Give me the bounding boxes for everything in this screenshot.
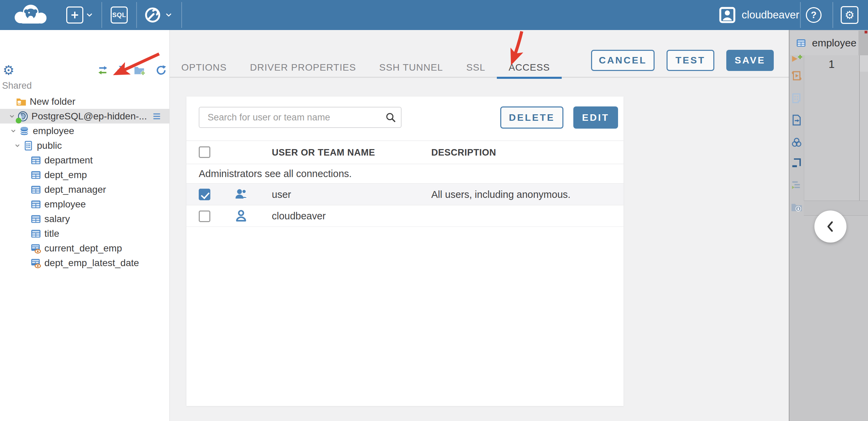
table-icon bbox=[796, 38, 807, 48]
tree-item-new-folder[interactable]: New folder bbox=[0, 94, 170, 109]
tree-item-postgres-connection[interactable]: PostgreSQL@ep-hidden-... bbox=[0, 109, 170, 124]
expand-panel-button[interactable] bbox=[814, 210, 846, 243]
ai-assistant-icon[interactable] bbox=[790, 136, 803, 149]
tree-item-table-dept-manager[interactable]: dept_manager bbox=[0, 182, 170, 197]
data-grid-preview[interactable]: 1 bbox=[804, 55, 868, 201]
table-viewer-panel: employee 1 bbox=[789, 30, 868, 421]
tree-item-menu-icon[interactable] bbox=[150, 112, 164, 121]
topbar-divider bbox=[101, 2, 102, 28]
chevron-left-icon bbox=[823, 219, 838, 234]
save-button[interactable]: SAVE bbox=[726, 50, 774, 71]
table-row-user[interactable]: user All users, including anonymous. bbox=[186, 184, 624, 205]
row-description: All users, including anonymous. bbox=[431, 184, 571, 205]
cloudbeaver-logo-icon[interactable] bbox=[12, 4, 50, 26]
tab-ssh-tunnel[interactable]: SSH TUNNEL bbox=[368, 57, 455, 78]
tab-label: employee bbox=[812, 37, 856, 49]
value-form-icon[interactable] bbox=[790, 92, 803, 105]
schema-icon bbox=[23, 140, 34, 151]
admin-notice-row: Administrators see all connections. bbox=[186, 164, 624, 184]
tree-item-table-title[interactable]: title bbox=[0, 226, 170, 241]
grouping-panel-icon[interactable] bbox=[790, 179, 803, 192]
table-icon bbox=[30, 228, 42, 239]
export-data-icon[interactable] bbox=[790, 114, 803, 127]
tree-item-label: employee bbox=[33, 126, 74, 136]
plus-icon bbox=[69, 9, 81, 21]
table-icon bbox=[30, 169, 42, 181]
row-checkbox[interactable] bbox=[199, 210, 210, 222]
screenshot-artifact-dot bbox=[865, 31, 867, 33]
tab-employee-table[interactable]: employee bbox=[790, 31, 858, 55]
column-header-description: DESCRIPTION bbox=[431, 141, 496, 164]
access-panel: DELETE EDIT USER OR TEAM NAME DESCRIPTIO… bbox=[186, 97, 624, 406]
tree-item-database-employee[interactable]: employee bbox=[0, 124, 170, 138]
data-download-icon[interactable] bbox=[790, 201, 803, 214]
tree-item-label: current_dept_emp bbox=[44, 243, 122, 254]
tree-item-label: public bbox=[37, 140, 62, 151]
navigation-tree-sidebar: ⚙ Shared New folder PostgreSQL@ep-hidden… bbox=[0, 30, 170, 421]
value-panel-icon[interactable] bbox=[790, 157, 803, 170]
table-icon bbox=[30, 213, 42, 225]
tree-item-label: dept_manager bbox=[44, 184, 106, 195]
add-script-icon[interactable] bbox=[790, 53, 803, 66]
tree-settings-gear-icon[interactable]: ⚙ bbox=[3, 63, 14, 78]
tab-bar-filler bbox=[858, 31, 868, 55]
logged-in-user-label[interactable]: cloudbeaver bbox=[742, 0, 799, 30]
sql-editor-button[interactable]: SQL bbox=[111, 6, 128, 24]
table-icon bbox=[30, 155, 42, 166]
tree-item-label: dept_emp_latest_date bbox=[44, 258, 139, 268]
table-header-row: USER OR TEAM NAME DESCRIPTION bbox=[186, 141, 624, 164]
grid-column-divider bbox=[859, 55, 860, 201]
tab-driver-properties[interactable]: DRIVER PROPERTIES bbox=[238, 57, 368, 78]
sql-editor-label: SQL bbox=[112, 11, 126, 19]
folder-icon bbox=[15, 96, 27, 107]
database-icon bbox=[18, 125, 30, 137]
table-icon bbox=[30, 199, 42, 210]
chevron-down-icon[interactable] bbox=[85, 11, 94, 19]
row-name: cloudbeaver bbox=[272, 205, 326, 227]
topbar-divider bbox=[136, 2, 137, 28]
tree-item-table-salary[interactable]: salary bbox=[0, 212, 170, 226]
edit-button[interactable]: EDIT bbox=[573, 106, 618, 129]
annotation-arrow-connection bbox=[102, 50, 167, 82]
settings-gear-icon[interactable]: ⚙ bbox=[841, 6, 858, 24]
view-icon bbox=[30, 257, 42, 269]
row-name: user bbox=[272, 184, 291, 205]
chevron-down-icon[interactable] bbox=[14, 142, 21, 149]
tree-item-table-dept-emp[interactable]: dept_emp bbox=[0, 168, 170, 182]
annotation-arrow-access-tab bbox=[495, 31, 540, 68]
new-connection-button[interactable] bbox=[66, 6, 83, 24]
user-avatar-icon[interactable] bbox=[718, 6, 736, 24]
tree-item-view-dept-emp-latest-date[interactable]: dept_emp_latest_date bbox=[0, 256, 170, 270]
search-box bbox=[199, 107, 402, 128]
tab-ssl[interactable]: SSL bbox=[454, 57, 497, 78]
execute-script-icon[interactable] bbox=[790, 69, 803, 82]
test-button[interactable]: TEST bbox=[667, 50, 714, 71]
tree-section-label: Shared bbox=[2, 81, 32, 91]
table-row-cloudbeaver[interactable]: cloudbeaver bbox=[186, 205, 624, 227]
search-icon bbox=[384, 111, 397, 124]
search-input[interactable] bbox=[199, 107, 402, 128]
select-all-checkbox[interactable] bbox=[199, 146, 210, 158]
app-root: SQL cloudbeaver ? ⚙ ⚙ Shared New folder bbox=[0, 0, 868, 421]
tree-item-label: dept_emp bbox=[44, 170, 87, 180]
tree-item-view-current-dept-emp[interactable]: current_dept_emp bbox=[0, 241, 170, 256]
connection-wizard-icon[interactable] bbox=[143, 6, 162, 24]
chevron-down-icon[interactable] bbox=[10, 127, 17, 135]
chevron-down-icon[interactable] bbox=[8, 113, 16, 120]
cancel-button[interactable]: CANCEL bbox=[591, 50, 655, 71]
team-icon bbox=[234, 187, 249, 202]
delete-button[interactable]: DELETE bbox=[500, 106, 563, 129]
connected-status-dot bbox=[16, 118, 22, 124]
row-checkbox[interactable] bbox=[199, 189, 210, 200]
help-icon[interactable]: ? bbox=[806, 7, 822, 23]
tree-item-label: title bbox=[44, 228, 59, 239]
navigation-tree: New folder PostgreSQL@ep-hidden-... empl… bbox=[0, 94, 170, 270]
tree-item-label: New folder bbox=[30, 96, 75, 107]
tree-item-table-department[interactable]: department bbox=[0, 153, 170, 168]
tree-item-schema-public[interactable]: public bbox=[0, 138, 170, 153]
chevron-down-icon[interactable] bbox=[164, 11, 173, 19]
tab-options[interactable]: OPTIONS bbox=[170, 57, 238, 78]
tree-item-label: PostgreSQL@ep-hidden-... bbox=[31, 111, 147, 122]
tree-item-table-employee[interactable]: employee bbox=[0, 197, 170, 212]
help-glyph: ? bbox=[811, 10, 817, 20]
